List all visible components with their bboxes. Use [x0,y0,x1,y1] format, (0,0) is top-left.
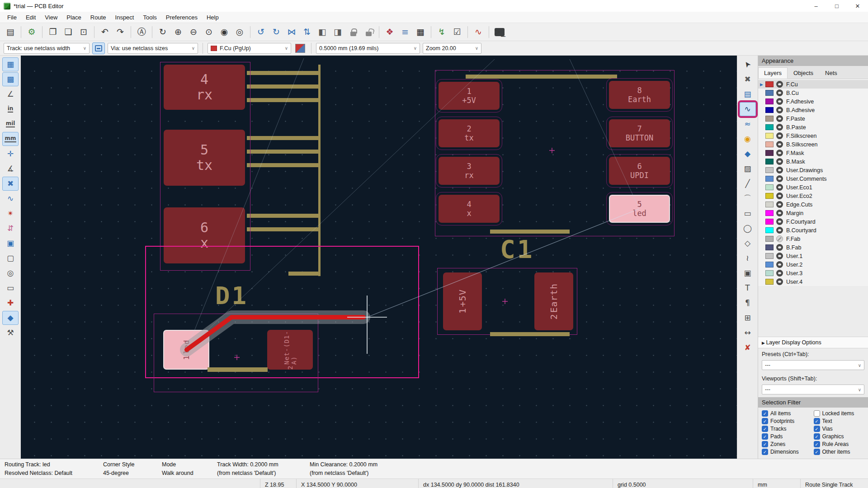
preferences[interactable]: Preferences [161,13,202,22]
visibility-eye-icon[interactable] [776,98,783,105]
layer-row[interactable]: ▶ Edge.Cuts [758,200,868,209]
zoom-fit-button[interactable]: ⊙ [202,25,216,39]
draw-polygon-button[interactable]: ◇ [740,236,756,250]
pad-c1-1[interactable]: 1 +5V [443,272,482,330]
pad-j1-8[interactable]: 8 Earth [609,81,670,109]
layer-color-swatch[interactable] [765,107,774,113]
library-browser-button[interactable]: ≡ [398,25,412,39]
visibility-eye-icon[interactable] [776,201,783,208]
layer-color-swatch[interactable] [765,279,774,285]
nets[interactable]: Nets [819,67,843,79]
layer-row[interactable]: ▶ B.Silkscreen [758,140,868,149]
tune-length-button[interactable]: ≈ [740,117,756,131]
pad-left-4[interactable]: 4 rx [164,65,245,110]
rotate-cw-button[interactable]: ↻ [269,25,283,39]
visibility-eye-icon[interactable] [776,227,783,234]
units-inches-button[interactable]: in [2,102,19,116]
zoom-in-button[interactable]: ⊕ [171,25,185,39]
draw-circle-button[interactable]: ◯ [740,221,756,235]
flip-vertical-button[interactable]: ⇅ [300,25,314,39]
unlock-button[interactable] [361,25,376,39]
layer-color-swatch[interactable] [765,262,774,267]
grid-select[interactable]: 0.5000 mm (19.69 mils) ∨ [316,43,420,54]
layer-color-swatch[interactable] [765,81,774,87]
add-filled-zone-button[interactable]: ◆ [740,147,756,161]
pad-d1-2[interactable]: 2 Net-(D1-A) [267,330,313,370]
sketch-vias-button[interactable]: ◎ [2,266,19,280]
layer-row[interactable]: ▶ F.Adhesive [758,97,868,106]
layer-color-swatch[interactable] [765,150,774,156]
visibility-eye-icon[interactable] [776,158,783,165]
visibility-eye-icon[interactable] [776,261,783,268]
properties-manager-button[interactable]: ⚒ [2,326,19,340]
pad-d1-1-highlighted[interactable]: 1 led [163,330,209,370]
pad-j1-4[interactable]: 4 x [439,195,500,223]
add-text-button[interactable]: T [740,281,756,295]
viewports-select[interactable]: --- ∨ [762,385,864,394]
pad-c1-2[interactable]: 2 Earth [534,272,573,330]
filter-checkbox[interactable]: Dimensions [762,449,814,455]
ungroup-button[interactable]: ◨ [330,25,345,39]
zoom-select[interactable]: Zoom 20.00 ∨ [423,43,481,54]
visibility-eye-icon[interactable] [776,115,783,122]
visibility-eye-icon[interactable] [776,184,783,191]
place[interactable]: Place [62,13,86,22]
pad-j1-6[interactable]: 6 UPDI [609,157,670,185]
filter-checkbox[interactable]: Text [814,418,866,424]
checkbox-icon[interactable] [762,441,768,447]
local-ratsnest-button[interactable]: ✖ [740,72,756,86]
file[interactable]: File [3,13,21,22]
add-textbox-button[interactable]: ¶ [740,296,756,310]
units-mils-button[interactable]: mil [2,117,19,131]
add-rule-area-button[interactable]: ▨ [740,162,756,176]
layer-row[interactable]: ▶ B.Paste [758,123,868,131]
layer-color-swatch[interactable] [765,193,774,199]
visibility-eye-icon[interactable] [776,192,783,199]
tools[interactable]: Tools [138,13,161,22]
board-setup-button[interactable]: ⚙ [24,25,39,39]
pad-j1-2[interactable]: 2 tx [439,119,500,147]
layer-row[interactable]: ▶ F.Mask [758,149,868,157]
filter-checkbox[interactable]: Vias [814,426,866,432]
grid-overrides-button[interactable]: ▩ [2,72,19,86]
layer-pair-button[interactable] [294,42,307,54]
scripting-console-button[interactable] [492,25,507,39]
layer-color-swatch[interactable] [765,167,774,173]
visibility-eye-icon[interactable] [776,244,783,251]
no-drc-markers-button[interactable]: ✚ [2,296,19,310]
visibility-eye-icon[interactable] [776,141,783,148]
plot-button[interactable]: ⊡ [76,25,91,39]
refresh-button[interactable]: ↻ [156,25,170,39]
layer-row[interactable]: ▶ B.Courtyard [758,226,868,235]
checkbox-icon[interactable] [814,441,820,447]
layer-color-swatch[interactable] [765,184,774,190]
delete-tool-button[interactable]: ✘ [740,341,756,355]
visibility-eye-icon[interactable] [776,89,783,96]
layer-color-swatch[interactable] [765,253,774,259]
place-footprint-button[interactable]: ▤ [740,87,756,101]
filter-checkbox[interactable]: Tracks [762,426,814,432]
pad-left-5[interactable]: 5 tx [164,130,245,186]
redo-button[interactable]: ↷ [113,25,127,39]
checkbox-icon[interactable] [762,449,768,455]
visibility-eye-icon[interactable] [776,167,783,174]
visibility-eye-icon[interactable] [776,107,783,113]
layer-manager-button[interactable]: ▦ [413,25,428,39]
visibility-eye-icon[interactable] [776,175,783,182]
layer-row[interactable]: ▶ B.Fab [758,243,868,252]
update-pcb-button[interactable]: ↯ [434,25,449,39]
layer-color-swatch[interactable] [765,90,774,96]
layer-color-swatch[interactable] [765,236,774,242]
layer-row[interactable]: ▶ F.Paste [758,114,868,123]
filter-checkbox[interactable]: Zones [762,441,814,447]
layer-row[interactable]: ▶ User.4 [758,277,868,286]
visibility-eye-icon[interactable] [776,132,783,139]
layer-color-swatch[interactable] [765,176,774,182]
checkbox-icon[interactable] [762,426,768,432]
visibility-eye-icon[interactable] [776,278,783,285]
draw-line-button[interactable]: ╱ [740,177,756,191]
find-button[interactable]: Ⓐ [134,25,149,39]
checkbox-icon[interactable] [762,418,768,424]
draw-rectangle-button[interactable]: ▭ [740,206,756,221]
layer-row[interactable]: ▶ F.Silkscreen [758,131,868,140]
